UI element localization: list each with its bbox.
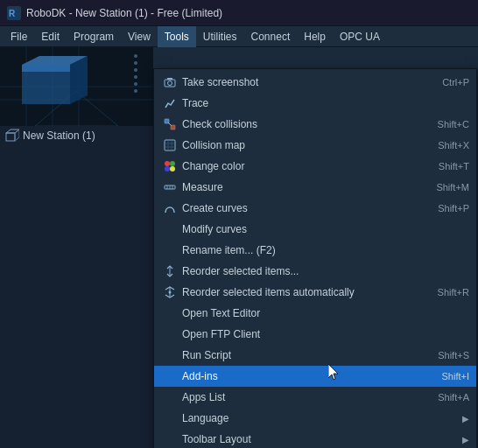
svg-rect-10 — [22, 65, 70, 72]
menu-item-shortcut: Ctrl+P — [442, 77, 469, 88]
svg-point-34 — [170, 161, 175, 166]
collision-check-icon — [161, 117, 179, 131]
menu-tools-open-ftp[interactable]: Open FTP Client — [154, 324, 476, 345]
menu-tools-reorder-selected[interactable]: Reorder selected items... — [154, 261, 476, 282]
sidebar: New Station (1) — [0, 47, 153, 448]
scene-preview — [0, 47, 153, 126]
menu-item-program[interactable]: Program — [67, 26, 121, 47]
menu-tools-check-collisions[interactable]: Check collisionsShift+C — [154, 114, 476, 135]
menu-tools-modify-curves[interactable]: Modify curves — [154, 219, 476, 240]
svg-point-15 — [134, 68, 137, 72]
collision-map-icon — [161, 138, 179, 152]
menu-item-opcua[interactable]: OPC UA — [333, 26, 387, 47]
menu-item-file[interactable]: File — [4, 26, 34, 47]
menu-tools-apps-list[interactable]: Apps ListShift+A — [154, 387, 476, 408]
menu-item-shortcut: Shift+X — [438, 140, 469, 150]
menu-item-label: Modify curves — [182, 223, 469, 235]
title-bar-text: RoboDK - New Station (1) - Free (Limited… — [26, 7, 222, 19]
svg-point-18 — [134, 89, 137, 93]
menu-item-label: Create curves — [182, 202, 431, 214]
svg-rect-19 — [6, 133, 15, 141]
tools-dropdown[interactable]: Take screenshotCtrl+PTraceCheck collisio… — [153, 68, 477, 448]
submenu-arrow-icon: ▶ — [462, 414, 469, 424]
menu-tools-collision-map[interactable]: Collision mapShift+X — [154, 135, 476, 156]
curves-icon — [161, 201, 179, 215]
menu-item-utilities[interactable]: Utilities — [196, 26, 244, 47]
menu-item-shortcut: Shift+T — [439, 161, 469, 172]
menu-item-help[interactable]: Help — [297, 26, 333, 47]
svg-point-17 — [134, 82, 137, 86]
menu-tools-toolbar-layout[interactable]: Toolbar Layout▶ — [154, 429, 476, 448]
station-label: New Station (1) — [23, 130, 95, 142]
menu-item-label: Reorder selected items automatically — [182, 286, 431, 298]
title-bar: R RoboDK - New Station (1) - Free (Limit… — [0, 0, 478, 26]
menu-tools-run-script[interactable]: Run ScriptShift+S — [154, 345, 476, 366]
menu-tools-reorder-auto[interactable]: Reorder selected items automaticallyShif… — [154, 282, 476, 303]
menu-item-tools[interactable]: Tools — [158, 26, 196, 47]
ruler-icon — [161, 180, 179, 194]
menu-tools-open-text-editor[interactable]: Open Text Editor — [154, 303, 476, 324]
trace-icon — [161, 96, 179, 110]
menu-item-label: Apps List — [182, 391, 431, 403]
menu-item-label: Reorder selected items... — [182, 265, 469, 277]
no-icon — [161, 306, 179, 320]
menu-item-shortcut: Shift+A — [438, 392, 469, 402]
station-icon — [5, 129, 19, 143]
no-icon — [161, 348, 179, 362]
no-icon — [161, 411, 179, 425]
menu-tools-create-curves[interactable]: Create curvesShift+P — [154, 198, 476, 219]
svg-text:R: R — [9, 9, 16, 18]
menu-item-label: Run Script — [182, 349, 431, 361]
menu-bar: FileEditProgramViewToolsUtilitiesConnect… — [0, 26, 478, 47]
menu-tools-rename-item[interactable]: Rename item... (F2) — [154, 240, 476, 261]
menu-item-shortcut: Shift+P — [438, 203, 469, 214]
menu-tools-trace[interactable]: Trace — [154, 93, 476, 114]
menu-tools-add-ins[interactable]: Add-insShift+I — [154, 366, 476, 387]
submenu-arrow-icon: ▶ — [462, 435, 469, 444]
svg-point-23 — [168, 81, 172, 86]
tree-station-item[interactable]: New Station (1) — [0, 126, 153, 145]
menu-item-label: Open Text Editor — [182, 307, 469, 319]
no-icon — [161, 327, 179, 341]
menu-item-shortcut: Shift+R — [438, 287, 469, 298]
reorder-icon — [161, 264, 179, 278]
menu-item-edit[interactable]: Edit — [34, 26, 67, 47]
no-icon — [161, 390, 179, 404]
menu-item-label: Change color — [182, 160, 432, 172]
main-area: New Station (1) Take screenshotCtrl+PTra… — [0, 47, 478, 448]
svg-point-14 — [134, 61, 137, 65]
menu-item-label: Toolbar Layout — [182, 433, 457, 445]
svg-marker-21 — [15, 130, 19, 141]
svg-point-43 — [169, 291, 172, 294]
menu-item-label: Language — [182, 412, 457, 424]
no-icon — [161, 222, 179, 236]
menu-item-label: Take screenshot — [182, 76, 435, 88]
menu-item-view[interactable]: View — [121, 26, 158, 47]
menu-tools-screenshot[interactable]: Take screenshotCtrl+P — [154, 72, 476, 93]
menu-item-shortcut: Shift+M — [436, 182, 469, 192]
camera-icon — [161, 75, 179, 89]
menu-tools-measure[interactable]: MeasureShift+M — [154, 177, 476, 198]
svg-point-13 — [134, 54, 137, 58]
menu-item-label: Measure — [182, 181, 429, 193]
menu-item-label: Collision map — [182, 139, 431, 151]
svg-point-33 — [165, 161, 170, 166]
no-icon — [161, 243, 179, 257]
svg-point-36 — [170, 166, 175, 172]
menu-tools-language[interactable]: Language▶ — [154, 408, 476, 429]
svg-point-16 — [134, 75, 137, 79]
no-icon — [161, 369, 179, 383]
menu-tools-change-color[interactable]: Change colorShift+T — [154, 156, 476, 177]
menu-item-shortcut: Shift+S — [438, 350, 469, 360]
svg-point-35 — [165, 166, 170, 172]
robodk-icon: R — [7, 6, 21, 20]
svg-rect-24 — [167, 78, 172, 80]
menu-item-label: Check collisions — [182, 118, 431, 130]
menu-item-label: Trace — [182, 97, 469, 109]
menu-item-connect[interactable]: Connect — [244, 26, 298, 47]
svg-rect-28 — [165, 140, 175, 150]
menu-item-label: Rename item... (F2) — [182, 244, 469, 256]
color-icon — [161, 159, 179, 173]
svg-line-27 — [168, 122, 172, 126]
sidebar-thumbnail — [0, 47, 153, 126]
